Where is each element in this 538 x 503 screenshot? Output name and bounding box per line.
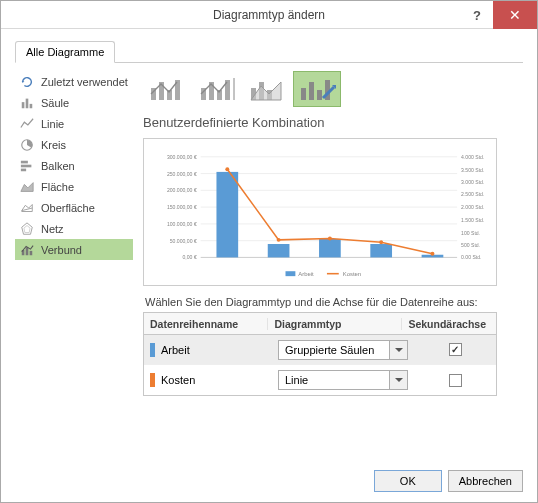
svg-rect-24 <box>317 90 322 100</box>
chart-type-dropdown[interactable]: Gruppierte Säulen <box>278 340 408 360</box>
recent-icon <box>19 74 35 90</box>
chevron-down-icon <box>389 371 407 389</box>
sidebar-item-label: Oberfläche <box>41 202 95 214</box>
combo-thumb-1[interactable] <box>143 71 191 107</box>
svg-text:3.500 Std.: 3.500 Std. <box>461 167 484 173</box>
svg-point-55 <box>277 238 281 242</box>
svg-text:150.000,00 €: 150.000,00 € <box>167 204 197 210</box>
sidebar-item-label: Kreis <box>41 139 66 151</box>
sidebar-item-label: Zuletzt verwendet <box>41 76 128 88</box>
series-swatch <box>150 343 155 357</box>
combo-subtype-thumbs <box>143 71 523 107</box>
series-name: Kosten <box>161 374 195 386</box>
sidebar-item-label: Verbund <box>41 244 82 256</box>
sidebar-item-radar[interactable]: Netz <box>15 218 133 239</box>
svg-text:200.000,00 €: 200.000,00 € <box>167 187 197 193</box>
radar-chart-icon <box>19 221 35 237</box>
cancel-button[interactable]: Abbrechen <box>448 470 523 492</box>
change-chart-type-dialog: Diagrammtyp ändern ? ✕ Alle Diagramme Zu… <box>0 0 538 503</box>
pie-chart-icon <box>19 137 35 153</box>
help-button[interactable]: ? <box>463 1 491 29</box>
svg-point-57 <box>379 240 383 244</box>
series-table: Datenreihenname Diagrammtyp Sekundärachs… <box>143 312 497 396</box>
titlebar: Diagrammtyp ändern ? ✕ <box>1 1 537 29</box>
svg-rect-0 <box>22 102 25 108</box>
series-row: Kosten Linie <box>144 365 496 395</box>
line-chart-icon <box>19 116 35 132</box>
tab-label: Alle Diagramme <box>26 46 104 58</box>
svg-text:0.00 Std.: 0.00 Std. <box>461 254 481 260</box>
svg-rect-6 <box>21 168 26 171</box>
svg-text:250.000,00 €: 250.000,00 € <box>167 171 197 177</box>
close-button[interactable]: ✕ <box>493 1 537 29</box>
col-series-name: Datenreihenname <box>144 318 268 330</box>
svg-rect-4 <box>21 160 28 163</box>
svg-text:100 Std.: 100 Std. <box>461 230 480 236</box>
combo-subtitle: Benutzerdefinierte Kombination <box>143 115 523 130</box>
ok-button[interactable]: OK <box>374 470 442 492</box>
combo-thumb-3[interactable] <box>243 71 291 107</box>
svg-text:0,00 €: 0,00 € <box>183 254 197 260</box>
series-table-header: Datenreihenname Diagrammtyp Sekundärachs… <box>144 313 496 335</box>
sidebar-item-surface[interactable]: Oberfläche <box>15 197 133 218</box>
surface-chart-icon <box>19 200 35 216</box>
svg-rect-2 <box>30 103 33 107</box>
sidebar-item-line[interactable]: Linie <box>15 113 133 134</box>
sidebar-item-label: Säule <box>41 97 69 109</box>
col-chart-type: Diagrammtyp <box>268 318 402 330</box>
combo-thumb-2[interactable] <box>193 71 241 107</box>
sidebar-item-label: Linie <box>41 118 64 130</box>
svg-text:4.000 Std.: 4.000 Std. <box>461 154 484 160</box>
chart-type-dropdown[interactable]: Linie <box>278 370 408 390</box>
svg-rect-52 <box>370 244 392 257</box>
svg-text:3.000 Std.: 3.000 Std. <box>461 179 484 185</box>
dropdown-value: Linie <box>279 374 389 386</box>
tabstrip: Alle Diagramme <box>15 41 523 63</box>
chart-preview: 0,00 € 50.000,00 € 100.000,00 € 150.000,… <box>143 138 497 286</box>
button-label: Abbrechen <box>459 475 512 487</box>
sidebar-item-area[interactable]: Fläche <box>15 176 133 197</box>
svg-rect-51 <box>319 239 341 257</box>
svg-rect-9 <box>30 250 33 254</box>
bar-chart-icon <box>19 158 35 174</box>
svg-text:300.000,00 €: 300.000,00 € <box>167 154 197 160</box>
dialog-title: Diagrammtyp ändern <box>213 8 325 22</box>
sidebar-item-label: Balken <box>41 160 75 172</box>
secondary-axis-checkbox[interactable] <box>449 343 462 356</box>
combo-chart-icon <box>19 242 35 258</box>
sidebar-item-bar[interactable]: Balken <box>15 155 133 176</box>
combo-thumb-custom[interactable] <box>293 71 341 107</box>
secondary-axis-checkbox[interactable] <box>449 374 462 387</box>
chevron-down-icon <box>389 341 407 359</box>
svg-rect-59 <box>286 271 296 276</box>
svg-text:2.000 Std.: 2.000 Std. <box>461 204 484 210</box>
sidebar-item-recent[interactable]: Zuletzt verwendet <box>15 71 133 92</box>
svg-point-56 <box>328 237 332 241</box>
dropdown-value: Gruppierte Säulen <box>279 344 389 356</box>
tab-all-charts[interactable]: Alle Diagramme <box>15 41 115 63</box>
svg-text:100.000,00 €: 100.000,00 € <box>167 221 197 227</box>
svg-point-58 <box>430 252 434 256</box>
svg-rect-50 <box>268 244 290 257</box>
sidebar-item-combo[interactable]: Verbund <box>15 239 133 260</box>
svg-text:Arbeit: Arbeit <box>298 271 314 277</box>
sidebar-item-column[interactable]: Säule <box>15 92 133 113</box>
series-swatch <box>150 373 155 387</box>
series-selector-label: Wählen Sie den Diagrammtyp und die Achse… <box>145 296 523 308</box>
series-row: Arbeit Gruppierte Säulen <box>144 335 496 365</box>
svg-point-54 <box>225 167 229 171</box>
chart-category-sidebar: Zuletzt verwendet Säule Linie Kreis Balk… <box>15 71 133 396</box>
svg-rect-22 <box>301 88 306 100</box>
svg-rect-5 <box>21 164 32 167</box>
main-panel: Benutzerdefinierte Kombination <box>143 71 523 396</box>
button-label: OK <box>400 475 416 487</box>
svg-rect-49 <box>216 172 238 258</box>
sidebar-item-label: Netz <box>41 223 64 235</box>
svg-text:Kosten: Kosten <box>343 271 361 277</box>
col-secondary-axis: Sekundärachse <box>402 318 496 330</box>
svg-text:50.000,00 €: 50.000,00 € <box>170 238 197 244</box>
svg-text:2.500 Std.: 2.500 Std. <box>461 191 484 197</box>
sidebar-item-pie[interactable]: Kreis <box>15 134 133 155</box>
column-chart-icon <box>19 95 35 111</box>
series-name: Arbeit <box>161 344 190 356</box>
